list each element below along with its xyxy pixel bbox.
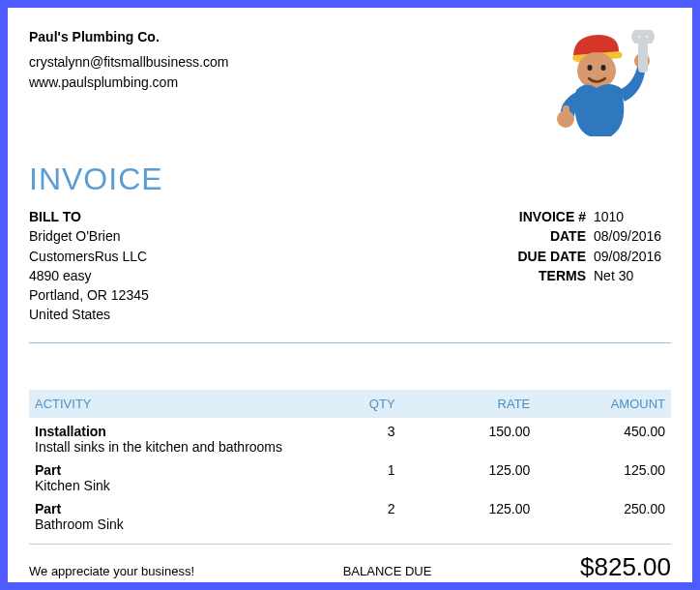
bill-to-country: United States xyxy=(29,305,149,324)
company-website: www.paulsplumbing.com xyxy=(29,73,228,92)
col-amount: AMOUNT xyxy=(530,397,665,411)
item-rate: 125.00 xyxy=(395,501,531,516)
line-item: PartKitchen Sink1125.00125.00 xyxy=(29,457,671,495)
line-items: InstallationInstall sinks in the kitchen… xyxy=(29,418,671,534)
table-header: ACTIVITY QTY RATE AMOUNT xyxy=(29,390,671,418)
col-activity: ACTIVITY xyxy=(35,397,305,411)
item-activity: InstallationInstall sinks in the kitchen… xyxy=(35,424,305,455)
item-rate: 125.00 xyxy=(395,462,531,478)
company-name: Paul's Plumbing Co. xyxy=(29,27,228,46)
date-value: 08/09/2016 xyxy=(594,226,671,246)
bill-to-street: 4890 easy xyxy=(29,266,149,285)
svg-point-0 xyxy=(577,52,616,89)
item-name: Part xyxy=(35,462,305,478)
balance-due-value: $825.00 xyxy=(580,552,671,582)
footer: We appreciate your business! BALANCE DUE… xyxy=(29,552,671,582)
company-block: Paul's Plumbing Co. crystalynn@fitsmallb… xyxy=(29,27,228,92)
bill-to-name: Bridget O'Brien xyxy=(29,226,149,246)
svg-point-2 xyxy=(601,65,606,71)
bill-to-company: CustomersRus LLC xyxy=(29,247,149,266)
bill-to-label: BILL TO xyxy=(29,207,149,226)
item-qty: 3 xyxy=(305,424,394,439)
item-activity: PartBathroom Sink xyxy=(35,501,305,532)
thank-you-text: We appreciate your business! xyxy=(29,564,194,578)
item-activity: PartKitchen Sink xyxy=(35,462,305,493)
bill-to-city: Portland, OR 12345 xyxy=(29,285,149,305)
header: Paul's Plumbing Co. crystalynn@fitsmallb… xyxy=(29,27,671,140)
svg-point-1 xyxy=(588,65,593,71)
bill-to-block: BILL TO Bridget O'Brien CustomersRus LLC… xyxy=(29,207,149,325)
invoice-title: INVOICE xyxy=(29,162,671,197)
item-qty: 1 xyxy=(305,462,394,478)
item-name: Part xyxy=(35,501,305,516)
divider-top xyxy=(29,342,671,343)
meta-row: BILL TO Bridget O'Brien CustomersRus LLC… xyxy=(29,207,671,325)
invoice-number: 1010 xyxy=(594,207,671,226)
invoice-page: Paul's Plumbing Co. crystalynn@fitsmallb… xyxy=(8,8,692,582)
due-date-label: DUE DATE xyxy=(499,247,586,266)
item-desc: Install sinks in the kitchen and bathroo… xyxy=(35,439,305,455)
logo-plumber-icon xyxy=(538,19,671,140)
item-rate: 150.00 xyxy=(395,424,531,439)
item-amount: 250.00 xyxy=(530,501,665,516)
divider-bottom xyxy=(29,544,671,545)
svg-rect-4 xyxy=(563,105,569,119)
company-email: crystalynn@fitsmallbusiness.com xyxy=(29,52,228,72)
item-name: Installation xyxy=(35,424,305,439)
date-label: DATE xyxy=(499,226,586,246)
due-date-value: 09/08/2016 xyxy=(594,247,671,266)
line-item: PartBathroom Sink2125.00250.00 xyxy=(29,495,671,534)
item-desc: Kitchen Sink xyxy=(35,478,305,493)
terms-value: Net 30 xyxy=(594,266,671,285)
svg-rect-6 xyxy=(638,36,648,73)
col-qty: QTY xyxy=(305,397,394,411)
terms-label: TERMS xyxy=(499,266,586,285)
item-desc: Bathroom Sink xyxy=(35,516,305,532)
balance-due-label: BALANCE DUE xyxy=(343,564,432,578)
col-rate: RATE xyxy=(395,397,531,411)
invoice-meta: INVOICE #1010 DATE08/09/2016 DUE DATE09/… xyxy=(499,207,671,325)
item-qty: 2 xyxy=(305,501,394,516)
item-amount: 125.00 xyxy=(530,462,665,478)
item-amount: 450.00 xyxy=(530,424,665,439)
line-item: InstallationInstall sinks in the kitchen… xyxy=(29,418,671,457)
invoice-number-label: INVOICE # xyxy=(499,207,586,226)
